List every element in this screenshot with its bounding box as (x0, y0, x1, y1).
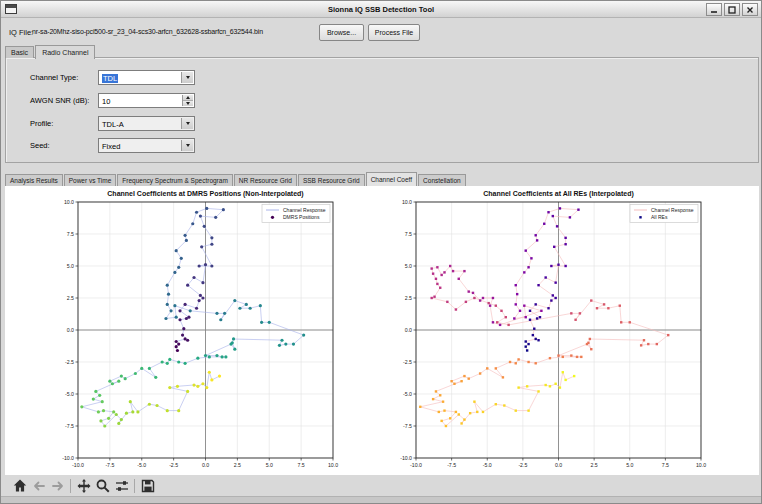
channel-type-value: TDL (102, 74, 118, 83)
y-tick-label: -10.0 (400, 455, 412, 461)
x-tick-label: 7.5 (298, 462, 305, 468)
data-point (223, 312, 226, 315)
x-tick-label: -2.5 (518, 462, 527, 468)
tab-power-vs-time[interactable]: Power vs Time (64, 174, 117, 186)
data-point (432, 398, 434, 400)
data-point (103, 424, 106, 427)
data-point (562, 371, 564, 373)
tab-analysis-results[interactable]: Analysis Results (5, 174, 63, 186)
data-point (603, 303, 605, 305)
data-point (215, 354, 218, 357)
minimize-icon (710, 6, 718, 14)
data-point (195, 211, 198, 214)
seed-combobox[interactable]: Fixed (98, 138, 195, 153)
x-tick-label: -5.0 (137, 462, 146, 468)
tab-frequency-spectrum[interactable]: Frequency Spectrum & Spectrogram (117, 174, 233, 186)
home-button[interactable] (10, 477, 29, 496)
profile-label: Profile: (30, 119, 53, 128)
data-point (124, 377, 127, 380)
data-point (196, 357, 199, 360)
chevron-down-icon[interactable] (181, 140, 193, 151)
result-tab-bar: Analysis Results Power vs Time Frequency… (5, 171, 467, 186)
data-point (463, 270, 465, 272)
data-point (527, 343, 529, 345)
y-tick-label: -7.5 (403, 423, 412, 429)
data-point (198, 264, 201, 267)
data-point (453, 383, 455, 385)
spin-down-icon[interactable] (183, 101, 193, 106)
save-button[interactable] (138, 477, 157, 496)
x-tick-label: -7.5 (447, 462, 456, 468)
iq-file-label: IQ File: (9, 28, 33, 37)
channel-coefficients-figure[interactable]: -10.0-10.0-7.5-7.5-5.0-5.0-2.5-2.50.00.0… (5, 186, 759, 475)
profile-combobox[interactable]: TDL-A (98, 116, 195, 131)
data-point (537, 284, 539, 286)
data-point (499, 324, 501, 326)
data-point (439, 394, 441, 396)
data-point (552, 215, 554, 217)
data-point (552, 294, 554, 296)
data-point (205, 386, 208, 389)
config-tab-bar: Basic Radio Channel (5, 43, 96, 58)
process-file-button[interactable]: Process File (368, 24, 420, 41)
tab-ssb-resource-grid[interactable]: SSB Resource Grid (298, 174, 365, 186)
data-point (430, 267, 432, 269)
channel-type-combobox[interactable]: TDL (98, 70, 195, 85)
data-point (667, 334, 669, 336)
tab-basic[interactable]: Basic (5, 46, 34, 58)
home-icon (12, 478, 28, 494)
forward-arrow-icon (50, 478, 66, 494)
data-point (192, 383, 195, 386)
close-button[interactable] (742, 3, 758, 16)
awgn-snr-spinbox[interactable]: 10 (98, 93, 195, 108)
back-button[interactable] (29, 477, 48, 496)
pan-button[interactable] (74, 477, 93, 496)
data-point (268, 321, 271, 324)
tab-constellation[interactable]: Constellation (418, 174, 466, 186)
data-point (249, 307, 252, 310)
data-point (573, 375, 575, 377)
data-point (517, 358, 519, 360)
chevron-down-icon[interactable] (181, 72, 193, 83)
data-point (643, 339, 645, 341)
data-point (204, 263, 207, 266)
app-window: Sionna IQ SSB Detection Tool IQ File: nr… (0, 0, 762, 504)
data-point (94, 390, 97, 393)
chevron-down-icon[interactable] (181, 118, 193, 129)
data-point (564, 379, 566, 381)
data-point (195, 307, 198, 310)
forward-button[interactable] (48, 477, 67, 496)
browse-button[interactable]: Browse... (319, 24, 364, 41)
data-point (169, 309, 172, 312)
tab-radio-channel[interactable]: Radio Channel (35, 45, 95, 59)
configure-subplots-button[interactable] (112, 477, 131, 496)
zoom-button[interactable] (93, 477, 112, 496)
x-tick-label: -7.5 (105, 462, 114, 468)
maximize-button[interactable] (724, 3, 740, 16)
data-point (214, 216, 217, 219)
data-point (112, 410, 115, 413)
tab-nr-resource-grid[interactable]: NR Resource Grid (234, 174, 297, 186)
data-point (436, 266, 438, 268)
status-bar (1, 496, 761, 503)
data-point (120, 418, 123, 421)
tab-channel-coeff[interactable]: Channel Coeff (366, 172, 417, 186)
data-point (590, 299, 592, 301)
data-point (433, 296, 435, 298)
data-point (515, 362, 517, 364)
data-point (570, 354, 572, 356)
minimize-button[interactable] (706, 3, 722, 16)
figure-canvas[interactable]: -10.0-10.0-7.5-7.5-5.0-5.0-2.5-2.50.00.0… (5, 186, 759, 475)
y-tick-label: 5.0 (405, 263, 412, 269)
data-point (523, 271, 525, 273)
data-point (219, 318, 222, 321)
data-point (215, 312, 218, 315)
data-point (166, 284, 169, 287)
awgn-snr-row: AWGN SNR (dB): 10 (6, 93, 758, 108)
data-point (430, 297, 432, 299)
data-point (468, 377, 470, 379)
data-point (495, 367, 497, 369)
data-point (492, 321, 494, 323)
data-point (245, 303, 248, 306)
data-point (460, 380, 462, 382)
